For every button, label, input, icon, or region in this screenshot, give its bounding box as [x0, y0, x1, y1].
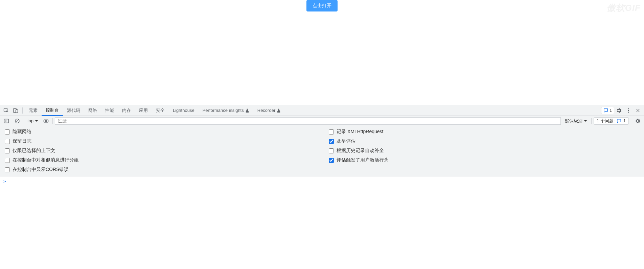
svg-point-8 [45, 120, 47, 122]
setting-label: 在控制台中显示CORS错误 [13, 167, 69, 173]
console-output[interactable]: > [0, 176, 644, 269]
setting-label: 仅限已选择的上下文 [13, 148, 55, 154]
setting-label: 在控制台中对相似消息进行分组 [13, 157, 79, 163]
checkbox[interactable] [329, 139, 334, 144]
setting-label: 保留日志 [13, 138, 31, 144]
setting-label: 根据历史记录自动补全 [337, 148, 384, 154]
console-settings-grid: 隐藏网络 记录 XMLHttpRequest 保留日志 及早评估 仅限已选择的上… [5, 129, 639, 173]
divider [22, 107, 23, 114]
chat-bubble-icon [603, 108, 608, 113]
tab-security[interactable]: 安全 [152, 105, 169, 116]
checkbox[interactable] [5, 129, 10, 134]
setting-hide-network[interactable]: 隐藏网络 [5, 129, 315, 135]
divider [52, 118, 53, 124]
setting-eager-evaluation[interactable]: 及早评估 [329, 138, 639, 144]
tab-performance[interactable]: 性能 [101, 105, 118, 116]
toggle-device-toolbar-icon[interactable] [11, 106, 20, 115]
checkbox[interactable] [5, 158, 10, 163]
settings-gear-icon[interactable] [614, 106, 624, 115]
setting-label: 评估触发了用户激活行为 [337, 157, 389, 163]
chevron-down-icon [584, 119, 587, 123]
checkbox[interactable] [5, 167, 10, 172]
devtools-tabstrip: 元素 控制台 源代码 网络 性能 内存 应用 安全 Lighthouse Per… [0, 105, 644, 116]
setting-selected-context-only[interactable]: 仅限已选择的上下文 [5, 148, 315, 154]
console-settings-panel: 隐藏网络 记录 XMLHttpRequest 保留日志 及早评估 仅限已选择的上… [0, 126, 644, 176]
flask-icon [277, 108, 281, 113]
inspect-element-icon[interactable] [1, 106, 11, 115]
clear-console-icon[interactable] [13, 117, 22, 125]
chat-bubble-icon [617, 119, 621, 123]
setting-label: 及早评估 [337, 138, 355, 144]
tab-recorder[interactable]: Recorder [253, 105, 285, 116]
live-expression-eye-icon[interactable] [42, 117, 50, 125]
filter-input[interactable] [55, 117, 561, 125]
close-icon[interactable] [633, 106, 643, 115]
setting-preserve-log[interactable]: 保留日志 [5, 138, 315, 144]
chevron-down-icon [35, 119, 38, 123]
tab-label: Performance insights [203, 108, 244, 113]
issues-summary[interactable]: 1 个问题: 1 [594, 117, 629, 125]
setting-autocomplete-from-history[interactable]: 根据历史记录自动补全 [329, 148, 639, 154]
open-button[interactable]: 点击打开 [306, 0, 338, 11]
setting-log-xmlhttprequest[interactable]: 记录 XMLHttpRequest [329, 129, 639, 135]
devtools-panel: 元素 控制台 源代码 网络 性能 内存 应用 安全 Lighthouse Per… [0, 105, 644, 269]
more-vert-icon[interactable] [624, 106, 633, 115]
divider [591, 118, 592, 124]
setting-label: 隐藏网络 [13, 129, 31, 135]
checkbox[interactable] [329, 129, 334, 134]
console-prompt: > [3, 179, 6, 184]
watermark-text: 傲软GIF [607, 2, 641, 14]
toggle-console-sidebar-icon[interactable] [2, 117, 11, 125]
tab-lighthouse[interactable]: Lighthouse [169, 105, 199, 116]
checkbox[interactable] [329, 158, 334, 163]
tab-label: Recorder [257, 108, 275, 113]
checkbox[interactable] [5, 139, 10, 144]
setting-user-activation[interactable]: 评估触发了用户激活行为 [329, 157, 639, 163]
console-toolbar: top 默认级别 1 个问题: 1 [0, 116, 644, 126]
tab-sources[interactable]: 源代码 [63, 105, 84, 116]
tab-network[interactable]: 网络 [84, 105, 101, 116]
issues-badge-count: 1 [610, 108, 612, 113]
svg-point-4 [628, 110, 629, 111]
divider [24, 118, 24, 124]
tab-application[interactable]: 应用 [135, 105, 152, 116]
issues-summary-label: 1 个问题: [597, 118, 615, 124]
setting-group-similar[interactable]: 在控制台中对相似消息进行分组 [5, 157, 315, 163]
issues-summary-count: 1 [623, 119, 626, 123]
svg-point-5 [628, 112, 629, 113]
page-content-area: 点击打开 傲软GIF [0, 0, 644, 105]
svg-point-3 [628, 108, 629, 109]
checkbox[interactable] [5, 148, 10, 153]
log-level-label: 默认级别 [565, 118, 582, 124]
setting-label: 记录 XMLHttpRequest [337, 129, 384, 135]
issues-badge[interactable]: 1 [601, 107, 614, 114]
context-label: top [27, 118, 33, 123]
svg-rect-2 [16, 109, 18, 113]
log-level-selector[interactable]: 默认级别 [563, 118, 589, 124]
divider [631, 118, 631, 124]
setting-show-cors-errors[interactable]: 在控制台中显示CORS错误 [5, 167, 315, 173]
tab-memory[interactable]: 内存 [118, 105, 135, 116]
tab-elements[interactable]: 元素 [25, 105, 42, 116]
flask-icon [245, 108, 249, 113]
tab-console[interactable]: 控制台 [42, 105, 63, 116]
tab-performance-insights[interactable]: Performance insights [199, 105, 253, 116]
checkbox[interactable] [329, 148, 334, 153]
console-settings-gear-icon[interactable] [633, 117, 642, 125]
context-selector[interactable]: top [26, 118, 40, 123]
